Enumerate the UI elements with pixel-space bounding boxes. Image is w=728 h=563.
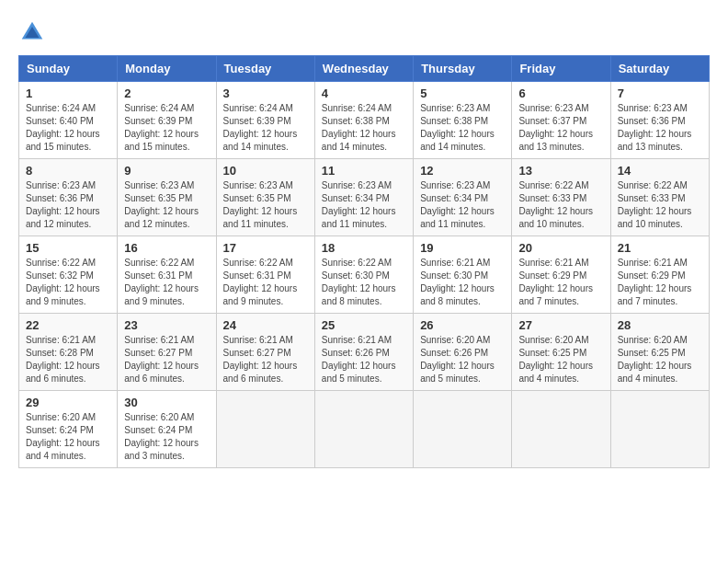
- weekday-header-friday: Friday: [512, 56, 610, 82]
- calendar-cell: 5Sunrise: 6:23 AMSunset: 6:38 PMDaylight…: [414, 82, 512, 159]
- day-info: Sunrise: 6:22 AMSunset: 6:30 PMDaylight:…: [322, 257, 406, 308]
- weekday-header-tuesday: Tuesday: [216, 56, 314, 82]
- weekday-header-sunday: Sunday: [19, 56, 118, 82]
- calendar-header-row: SundayMondayTuesdayWednesdayThursdayFrid…: [19, 56, 710, 82]
- day-info: Sunrise: 6:23 AMSunset: 6:34 PMDaylight:…: [420, 179, 505, 231]
- day-number: 22: [26, 318, 110, 332]
- calendar-cell: 12Sunrise: 6:23 AMSunset: 6:34 PMDayligh…: [414, 159, 512, 236]
- day-number: 2: [124, 86, 209, 100]
- day-number: 9: [124, 164, 209, 178]
- day-info: Sunrise: 6:21 AMSunset: 6:30 PMDaylight:…: [420, 257, 505, 308]
- logo-icon: [18, 18, 46, 46]
- calendar-week-3: 15Sunrise: 6:22 AMSunset: 6:32 PMDayligh…: [19, 236, 710, 314]
- day-number: 10: [223, 164, 308, 178]
- day-number: 26: [420, 318, 505, 332]
- day-number: 18: [322, 241, 406, 255]
- calendar-cell: 16Sunrise: 6:22 AMSunset: 6:31 PMDayligh…: [118, 236, 216, 314]
- day-number: 13: [518, 164, 603, 178]
- day-info: Sunrise: 6:21 AMSunset: 6:27 PMDaylight:…: [223, 334, 308, 385]
- calendar-week-4: 22Sunrise: 6:21 AMSunset: 6:28 PMDayligh…: [19, 314, 710, 391]
- day-info: Sunrise: 6:21 AMSunset: 6:26 PMDaylight:…: [322, 334, 406, 385]
- calendar-cell: 2Sunrise: 6:24 AMSunset: 6:39 PMDaylight…: [118, 82, 216, 159]
- weekday-header-saturday: Saturday: [610, 56, 709, 82]
- calendar-week-1: 1Sunrise: 6:24 AMSunset: 6:40 PMDaylight…: [19, 82, 710, 159]
- day-info: Sunrise: 6:23 AMSunset: 6:36 PMDaylight:…: [26, 179, 110, 231]
- day-info: Sunrise: 6:20 AMSunset: 6:24 PMDaylight:…: [26, 411, 110, 463]
- day-number: 14: [618, 164, 702, 178]
- calendar-cell: [512, 391, 610, 468]
- day-info: Sunrise: 6:24 AMSunset: 6:38 PMDaylight:…: [322, 102, 406, 154]
- day-info: Sunrise: 6:23 AMSunset: 6:35 PMDaylight:…: [223, 179, 308, 231]
- day-info: Sunrise: 6:22 AMSunset: 6:33 PMDaylight:…: [618, 179, 702, 231]
- day-number: 12: [420, 164, 505, 178]
- day-info: Sunrise: 6:21 AMSunset: 6:27 PMDaylight:…: [124, 334, 209, 385]
- calendar-cell: 19Sunrise: 6:21 AMSunset: 6:30 PMDayligh…: [414, 236, 512, 314]
- calendar-cell: 20Sunrise: 6:21 AMSunset: 6:29 PMDayligh…: [512, 236, 610, 314]
- day-number: 21: [618, 241, 702, 255]
- calendar-week-2: 8Sunrise: 6:23 AMSunset: 6:36 PMDaylight…: [19, 159, 710, 236]
- day-info: Sunrise: 6:22 AMSunset: 6:31 PMDaylight:…: [223, 257, 308, 308]
- day-number: 16: [124, 241, 209, 255]
- day-info: Sunrise: 6:23 AMSunset: 6:37 PMDaylight:…: [518, 102, 603, 154]
- calendar-cell: 9Sunrise: 6:23 AMSunset: 6:35 PMDaylight…: [118, 159, 216, 236]
- calendar-cell: [414, 391, 512, 468]
- day-info: Sunrise: 6:20 AMSunset: 6:26 PMDaylight:…: [420, 334, 505, 385]
- day-number: 4: [322, 86, 406, 100]
- calendar-cell: 4Sunrise: 6:24 AMSunset: 6:38 PMDaylight…: [314, 82, 413, 159]
- calendar-cell: 8Sunrise: 6:23 AMSunset: 6:36 PMDaylight…: [19, 159, 118, 236]
- day-number: 23: [124, 318, 209, 332]
- day-info: Sunrise: 6:22 AMSunset: 6:33 PMDaylight:…: [518, 179, 603, 231]
- calendar-cell: 25Sunrise: 6:21 AMSunset: 6:26 PMDayligh…: [314, 314, 413, 391]
- day-number: 6: [518, 86, 603, 100]
- day-number: 27: [518, 318, 603, 332]
- day-number: 5: [420, 86, 505, 100]
- day-number: 20: [518, 241, 603, 255]
- day-info: Sunrise: 6:21 AMSunset: 6:29 PMDaylight:…: [518, 257, 603, 308]
- calendar-cell: [314, 391, 413, 468]
- calendar-cell: 21Sunrise: 6:21 AMSunset: 6:29 PMDayligh…: [610, 236, 709, 314]
- day-number: 19: [420, 241, 505, 255]
- page-header: [18, 18, 710, 46]
- day-number: 1: [26, 86, 110, 100]
- day-number: 30: [124, 396, 209, 409]
- calendar-cell: 1Sunrise: 6:24 AMSunset: 6:40 PMDaylight…: [19, 82, 118, 159]
- day-number: 29: [26, 396, 110, 409]
- day-info: Sunrise: 6:20 AMSunset: 6:25 PMDaylight:…: [518, 334, 603, 385]
- day-info: Sunrise: 6:24 AMSunset: 6:39 PMDaylight:…: [124, 102, 209, 154]
- day-number: 25: [322, 318, 406, 332]
- day-number: 15: [26, 241, 110, 255]
- calendar-cell: 17Sunrise: 6:22 AMSunset: 6:31 PMDayligh…: [216, 236, 314, 314]
- day-number: 3: [223, 86, 308, 100]
- calendar-table: SundayMondayTuesdayWednesdayThursdayFrid…: [18, 55, 710, 468]
- calendar-cell: 6Sunrise: 6:23 AMSunset: 6:37 PMDaylight…: [512, 82, 610, 159]
- calendar-cell: 11Sunrise: 6:23 AMSunset: 6:34 PMDayligh…: [314, 159, 413, 236]
- calendar-cell: 24Sunrise: 6:21 AMSunset: 6:27 PMDayligh…: [216, 314, 314, 391]
- day-number: 8: [26, 164, 110, 178]
- calendar-cell: [610, 391, 709, 468]
- day-number: 28: [618, 318, 702, 332]
- calendar-cell: 14Sunrise: 6:22 AMSunset: 6:33 PMDayligh…: [610, 159, 709, 236]
- day-info: Sunrise: 6:22 AMSunset: 6:31 PMDaylight:…: [124, 257, 209, 308]
- day-info: Sunrise: 6:20 AMSunset: 6:24 PMDaylight:…: [124, 411, 209, 463]
- calendar-cell: 26Sunrise: 6:20 AMSunset: 6:26 PMDayligh…: [414, 314, 512, 391]
- day-info: Sunrise: 6:23 AMSunset: 6:34 PMDaylight:…: [322, 179, 406, 231]
- calendar-cell: 29Sunrise: 6:20 AMSunset: 6:24 PMDayligh…: [19, 391, 118, 468]
- logo: [18, 18, 50, 46]
- calendar-cell: 22Sunrise: 6:21 AMSunset: 6:28 PMDayligh…: [19, 314, 118, 391]
- day-info: Sunrise: 6:21 AMSunset: 6:29 PMDaylight:…: [618, 257, 702, 308]
- day-info: Sunrise: 6:23 AMSunset: 6:38 PMDaylight:…: [420, 102, 505, 154]
- day-number: 17: [223, 241, 308, 255]
- weekday-header-wednesday: Wednesday: [314, 56, 413, 82]
- day-info: Sunrise: 6:20 AMSunset: 6:25 PMDaylight:…: [618, 334, 702, 385]
- calendar-cell: 28Sunrise: 6:20 AMSunset: 6:25 PMDayligh…: [610, 314, 709, 391]
- day-number: 24: [223, 318, 308, 332]
- calendar-cell: 15Sunrise: 6:22 AMSunset: 6:32 PMDayligh…: [19, 236, 118, 314]
- day-info: Sunrise: 6:23 AMSunset: 6:35 PMDaylight:…: [124, 179, 209, 231]
- day-info: Sunrise: 6:22 AMSunset: 6:32 PMDaylight:…: [26, 257, 110, 308]
- day-info: Sunrise: 6:21 AMSunset: 6:28 PMDaylight:…: [26, 334, 110, 385]
- day-number: 7: [618, 86, 702, 100]
- day-info: Sunrise: 6:24 AMSunset: 6:40 PMDaylight:…: [26, 102, 110, 154]
- calendar-cell: 10Sunrise: 6:23 AMSunset: 6:35 PMDayligh…: [216, 159, 314, 236]
- weekday-header-monday: Monday: [118, 56, 216, 82]
- calendar-cell: 27Sunrise: 6:20 AMSunset: 6:25 PMDayligh…: [512, 314, 610, 391]
